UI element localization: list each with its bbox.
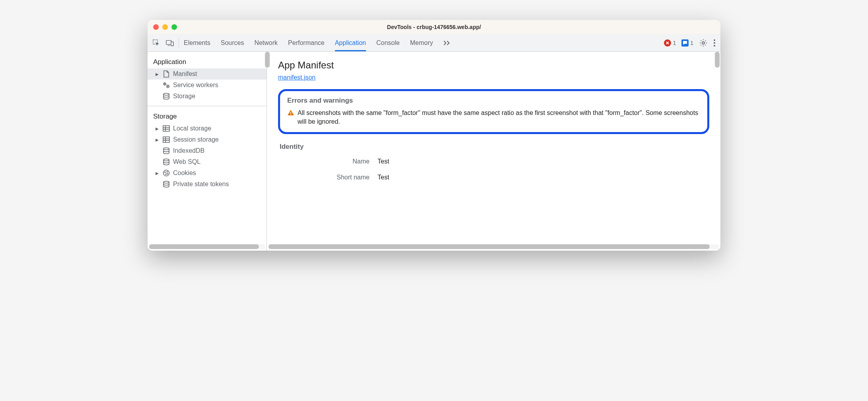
sidebar-item-indexeddb[interactable]: IndexedDB bbox=[148, 145, 267, 156]
content-panel: App Manifest manifest.json Errors and wa… bbox=[267, 52, 720, 251]
svg-rect-13 bbox=[163, 126, 169, 131]
sidebar-horizontal-scrollbar[interactable] bbox=[149, 244, 265, 249]
sidebar-item-private-state-tokens[interactable]: Private state tokens bbox=[148, 179, 267, 190]
toolbar: Elements Sources Network Performance App… bbox=[148, 34, 720, 52]
svg-point-8 bbox=[163, 83, 166, 85]
svg-point-22 bbox=[163, 159, 169, 161]
svg-rect-3 bbox=[171, 42, 173, 46]
main-area: Application ▶ Manifest Service worke bbox=[148, 52, 720, 251]
table-icon bbox=[162, 136, 171, 143]
more-options-icon[interactable] bbox=[713, 39, 716, 47]
svg-point-11 bbox=[167, 86, 168, 87]
svg-rect-17 bbox=[163, 137, 169, 142]
svg-point-12 bbox=[163, 93, 169, 95]
gears-icon bbox=[162, 82, 171, 89]
svg-rect-1 bbox=[166, 40, 171, 44]
toolbar-left-icons bbox=[152, 38, 179, 48]
sidebar-section-application: Application ▶ Manifest Service worke bbox=[148, 52, 267, 106]
svg-point-24 bbox=[165, 172, 165, 173]
sidebar-item-label: Storage bbox=[173, 93, 261, 100]
sidebar-item-label: Manifest bbox=[173, 70, 261, 78]
sidebar-item-storage[interactable]: Storage bbox=[148, 91, 267, 102]
sidebar: Application ▶ Manifest Service worke bbox=[148, 52, 267, 251]
identity-name-row: Name Test bbox=[278, 158, 709, 165]
database-icon bbox=[162, 181, 171, 188]
warning-text: All screenshots with the same "form_fact… bbox=[298, 109, 700, 127]
caret-right-icon: ▶ bbox=[156, 72, 160, 76]
cookie-icon bbox=[162, 169, 171, 177]
identity-short-name-row: Short name Test bbox=[278, 174, 709, 181]
minimize-window-button[interactable] bbox=[162, 24, 168, 30]
toolbar-right: 1 1 bbox=[664, 39, 716, 47]
maximize-window-button[interactable] bbox=[171, 24, 177, 30]
identity-short-name-label: Short name bbox=[278, 174, 378, 181]
tab-network[interactable]: Network bbox=[254, 35, 278, 51]
errors-warnings-box: Errors and warnings All screenshots with… bbox=[278, 89, 709, 134]
error-count: 1 bbox=[673, 40, 676, 46]
tab-console[interactable]: Console bbox=[376, 35, 400, 51]
svg-rect-30 bbox=[290, 114, 291, 115]
tabs-overflow-icon[interactable] bbox=[443, 40, 451, 46]
device-toolbar-icon[interactable] bbox=[166, 39, 174, 47]
sidebar-header-storage: Storage bbox=[148, 110, 267, 123]
warning-triangle-icon bbox=[287, 109, 294, 116]
sidebar-vertical-scrollbar[interactable] bbox=[265, 52, 270, 68]
sidebar-item-label: Session storage bbox=[173, 136, 261, 143]
message-count: 1 bbox=[690, 40, 693, 46]
tab-performance[interactable]: Performance bbox=[288, 35, 325, 51]
error-icon bbox=[664, 39, 671, 47]
sidebar-item-service-workers[interactable]: Service workers bbox=[148, 80, 267, 91]
svg-point-25 bbox=[167, 171, 167, 172]
sidebar-item-label: Local storage bbox=[173, 125, 261, 132]
caret-right-icon: ▶ bbox=[156, 171, 160, 175]
traffic-lights bbox=[153, 24, 177, 30]
sidebar-item-label: Web SQL bbox=[173, 158, 261, 165]
svg-point-6 bbox=[714, 42, 715, 44]
sidebar-item-local-storage[interactable]: ▶ Local storage bbox=[148, 123, 267, 134]
errors-warnings-heading: Errors and warnings bbox=[287, 97, 700, 105]
svg-point-10 bbox=[167, 85, 169, 88]
identity-heading: Identity bbox=[278, 143, 709, 151]
database-icon bbox=[162, 93, 171, 100]
tab-memory[interactable]: Memory bbox=[410, 35, 433, 51]
svg-point-5 bbox=[714, 39, 715, 41]
settings-icon[interactable] bbox=[699, 39, 708, 47]
devtools-window: DevTools - crbug-1476656.web.app/ Elemen… bbox=[148, 20, 720, 251]
inspect-element-icon[interactable] bbox=[152, 39, 160, 47]
identity-name-value: Test bbox=[378, 158, 389, 165]
svg-point-23 bbox=[163, 170, 169, 176]
svg-point-28 bbox=[163, 181, 169, 183]
identity-short-name-value: Test bbox=[378, 174, 389, 181]
caret-right-icon: ▶ bbox=[156, 138, 160, 142]
messages-badge[interactable]: 1 bbox=[681, 39, 693, 47]
message-icon bbox=[681, 39, 689, 47]
window-title: DevTools - crbug-1476656.web.app/ bbox=[387, 24, 481, 30]
sidebar-item-session-storage[interactable]: ▶ Session storage bbox=[148, 134, 267, 145]
content-vertical-scrollbar[interactable] bbox=[715, 52, 720, 68]
manifest-file-link[interactable]: manifest.json bbox=[278, 74, 315, 81]
svg-rect-29 bbox=[290, 112, 291, 113]
database-icon bbox=[162, 147, 171, 154]
identity-name-label: Name bbox=[278, 158, 378, 165]
database-icon bbox=[162, 158, 171, 165]
sidebar-header-application: Application bbox=[148, 56, 267, 68]
tab-sources[interactable]: Sources bbox=[221, 35, 244, 51]
sidebar-item-label: IndexedDB bbox=[173, 147, 261, 154]
close-window-button[interactable] bbox=[153, 24, 159, 30]
sidebar-item-manifest[interactable]: ▶ Manifest bbox=[148, 68, 267, 80]
sidebar-item-label: Service workers bbox=[173, 82, 261, 89]
sidebar-item-label: Cookies bbox=[173, 169, 261, 177]
svg-point-7 bbox=[714, 45, 715, 47]
sidebar-item-cookies[interactable]: ▶ Cookies bbox=[148, 167, 267, 179]
content-horizontal-scrollbar[interactable] bbox=[269, 244, 719, 249]
table-icon bbox=[162, 125, 171, 132]
tab-elements[interactable]: Elements bbox=[184, 35, 210, 51]
svg-point-26 bbox=[165, 174, 166, 175]
titlebar: DevTools - crbug-1476656.web.app/ bbox=[148, 20, 720, 34]
errors-badge[interactable]: 1 bbox=[664, 39, 676, 47]
sidebar-item-websql[interactable]: Web SQL bbox=[148, 156, 267, 167]
tab-application[interactable]: Application bbox=[335, 35, 366, 51]
file-icon bbox=[162, 70, 171, 78]
tabs: Elements Sources Network Performance App… bbox=[184, 35, 659, 51]
page-heading: App Manifest bbox=[278, 60, 709, 71]
